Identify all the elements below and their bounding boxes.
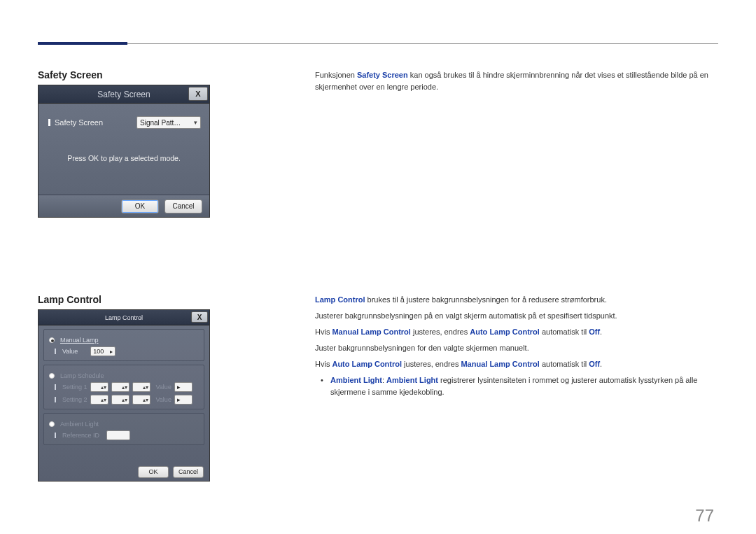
field-marker-icon <box>55 397 56 402</box>
field-marker-icon <box>55 349 56 354</box>
text: . <box>600 360 602 368</box>
emphasis: Lamp Control <box>315 295 365 304</box>
setting1-min-stepper[interactable]: ▴▾ <box>111 382 130 392</box>
close-button[interactable]: X <box>188 87 208 101</box>
button-label: Cancel <box>178 468 198 475</box>
value-label: Value <box>62 348 78 355</box>
text: . <box>600 328 602 336</box>
header-rule <box>38 43 718 44</box>
emphasis: Manual Lamp Control <box>461 360 539 368</box>
text: justeres, endres <box>402 360 461 368</box>
text: Hvis <box>315 360 332 368</box>
button-label: OK <box>135 202 145 210</box>
lamp-schedule-label: Lamp Schedule <box>60 372 104 379</box>
text: Hvis <box>315 328 332 336</box>
text: Justerer bakgrunnsbelysningen på en valg… <box>315 310 718 322</box>
ok-button[interactable]: OK <box>121 199 159 213</box>
button-label: OK <box>148 468 158 475</box>
close-icon: X <box>197 314 202 321</box>
setting2-hour-stepper[interactable]: ▴▾ <box>90 395 108 405</box>
emphasis: Ambient Light <box>386 376 438 384</box>
lamp-schedule-radio[interactable] <box>49 373 55 379</box>
dialog-title: Lamp Control <box>105 314 143 321</box>
emphasis: Ambient Light <box>330 376 382 384</box>
emphasis: Off <box>589 328 600 336</box>
page-number: 77 <box>695 506 714 526</box>
setting2-label: Setting 2 <box>62 396 88 403</box>
cancel-button[interactable]: Cancel <box>173 466 204 478</box>
emphasis: Auto Lamp Control <box>332 360 402 368</box>
setting2-ampm-stepper[interactable]: ▴▾ <box>132 395 150 405</box>
text: brukes til å justere bakgrunnsbelysninge… <box>365 295 607 304</box>
ambient-light-label: Ambient Light <box>60 421 99 428</box>
safety-screen-heading: Safety Screen <box>38 69 103 80</box>
reference-id-label: Reference ID <box>62 432 99 439</box>
manual-lamp-label: Manual Lamp <box>60 337 99 344</box>
select-value: Signal Patt… <box>140 119 181 127</box>
dialog-footer: OK Cancel <box>38 463 209 481</box>
emphasis: Off <box>589 360 600 368</box>
text: Funksjonen <box>315 71 357 79</box>
text: justeres, endres <box>411 328 470 336</box>
safety-screen-select[interactable]: Signal Patt… <box>136 116 201 129</box>
value-number: 100 <box>93 348 104 355</box>
lamp-schedule-group: Lamp Schedule Setting 1 ▴▾ ▴▾ ▴▾ Value ▸… <box>43 365 204 409</box>
dialog-message: Press OK to play a selected mode. <box>38 154 209 162</box>
lamp-control-description: Lamp Control brukes til å justere bakgru… <box>315 294 718 402</box>
reference-id-field[interactable] <box>106 430 130 440</box>
close-button[interactable]: X <box>191 311 208 323</box>
close-icon: X <box>195 90 200 98</box>
safety-screen-description: Funksjonen Safety Screen kan også brukes… <box>315 69 718 93</box>
text: automatisk til <box>540 328 589 336</box>
field-marker-icon <box>55 384 56 390</box>
value-label-dim: Value <box>156 396 172 403</box>
button-label: Cancel <box>172 202 194 210</box>
ambient-light-radio[interactable] <box>49 421 55 427</box>
emphasis: Safety Screen <box>357 71 408 79</box>
safety-screen-dialog: Safety Screen X Safety Screen Signal Pat… <box>38 85 210 218</box>
manual-lamp-group: Manual Lamp Value100 <box>43 329 204 361</box>
setting1-label: Setting 1 <box>62 384 88 391</box>
setting1-hour-stepper[interactable]: ▴▾ <box>90 382 108 392</box>
cancel-button[interactable]: Cancel <box>164 199 202 213</box>
manual-lamp-radio[interactable] <box>49 337 55 343</box>
safety-screen-field-row: Safety Screen Signal Patt… <box>38 104 209 132</box>
emphasis: Auto Lamp Control <box>470 328 540 336</box>
emphasis: Manual Lamp Control <box>332 328 410 336</box>
field-marker-icon <box>48 119 50 126</box>
setting2-value-stepper[interactable]: ▸ <box>174 395 192 405</box>
value-label-dim: Value <box>156 384 172 391</box>
field-label: Safety Screen <box>55 118 103 127</box>
text: automatisk til <box>540 360 589 368</box>
dialog-title: Safety Screen <box>97 90 150 99</box>
ok-button[interactable]: OK <box>138 466 169 478</box>
setting2-min-stepper[interactable]: ▴▾ <box>111 395 130 405</box>
text: Juster bakgrunnsbelysningen for den valg… <box>315 342 718 354</box>
setting1-value-stepper[interactable]: ▸ <box>174 382 192 392</box>
lamp-control-heading: Lamp Control <box>38 294 102 305</box>
dialog-footer: OK Cancel <box>38 195 209 217</box>
value-stepper[interactable]: 100 <box>90 346 115 356</box>
field-marker-icon <box>55 433 56 438</box>
lamp-control-dialog: Lamp Control X Manual Lamp Value100 Lamp… <box>38 309 210 482</box>
ambient-light-group: Ambient Light Reference ID <box>43 413 204 445</box>
header-accent <box>38 42 127 45</box>
dialog-titlebar: Lamp Control X <box>38 310 209 325</box>
setting1-ampm-stepper[interactable]: ▴▾ <box>132 382 150 392</box>
dialog-titlebar: Safety Screen X <box>38 85 209 104</box>
